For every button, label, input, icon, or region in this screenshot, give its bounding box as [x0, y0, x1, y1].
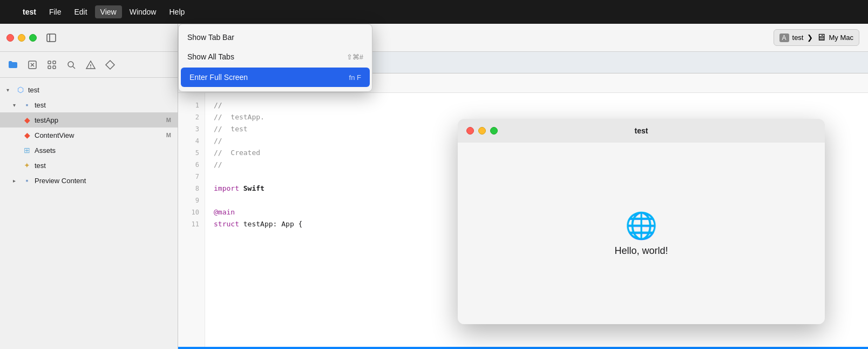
svg-line-10 [73, 66, 75, 69]
svg-rect-0 [47, 34, 56, 42]
svg-point-9 [68, 62, 73, 67]
line-numbers: 1 2 3 4 5 6 7 8 9 10 11 [178, 93, 205, 347]
tree-item-test-root[interactable]: ▾ ⬡ test [0, 82, 178, 97]
device-icon: 🖥 [816, 32, 826, 43]
line-num-8: 8 [178, 183, 205, 194]
menu-item-show-all-tabs[interactable]: Show All Tabs ⇧⌘# [179, 47, 372, 66]
line-num-2: 2 [178, 111, 205, 123]
menubar: test File Edit View Window Help [0, 0, 868, 24]
menubar-item-help[interactable]: Help [164, 5, 190, 18]
tree-label-config: test [35, 162, 46, 170]
line-num-6: 6 [178, 159, 205, 171]
line-num-3: 3 [178, 123, 205, 135]
svg-point-12 [90, 67, 91, 68]
nav-x-icon[interactable] [26, 58, 39, 71]
tree-item-config[interactable]: ✦ test [0, 158, 178, 173]
tree-label-contentview: ContentView [35, 131, 74, 139]
menu-shortcut-enter-full-screen: fn F [349, 73, 361, 82]
svg-rect-8 [53, 66, 56, 69]
code-line-1: // [214, 99, 859, 111]
nav-folder-icon[interactable] [6, 58, 19, 71]
nav-search-icon[interactable] [65, 58, 78, 71]
chevron-right-icon: ❯ [807, 33, 813, 42]
line-num-11: 11 [178, 218, 205, 230]
menu-label-show-all-tabs: Show All Tabs [187, 52, 234, 61]
nav-grid-icon[interactable] [45, 58, 58, 71]
folder-icon: ▪ [22, 100, 32, 109]
tree-label-test-group: test [35, 101, 46, 109]
preview-minimize-button[interactable] [478, 127, 486, 135]
menu-label-show-tab-bar: Show Tab Bar [187, 33, 234, 42]
tree-label-test-root: test [28, 86, 39, 94]
tree-label-testapp: testApp [35, 116, 58, 124]
apple-menu-item[interactable] [6, 10, 15, 14]
asset-icon: ⊞ [22, 146, 32, 155]
app-icon: ⬡ [15, 85, 26, 94]
traffic-lights [6, 34, 37, 42]
close-button[interactable] [6, 34, 14, 42]
config-icon: ✦ [22, 161, 32, 170]
tree-item-preview-content[interactable]: ▸ ▪ Preview Content [0, 173, 178, 188]
line-num-7: 7 [178, 171, 205, 183]
preview-close-button[interactable] [466, 127, 474, 135]
line-num-1: 1 [178, 99, 205, 111]
line-num-9: 9 [178, 194, 205, 206]
tree-label-preview-content: Preview Content [35, 177, 86, 185]
scheme-app-name: test [792, 33, 804, 42]
sidebar-toggle-icon[interactable] [45, 32, 57, 44]
swift-icon: ◆ [22, 116, 32, 124]
preview-maximize-button[interactable] [490, 127, 498, 135]
menubar-item-file[interactable]: File [44, 5, 67, 18]
editor-bottom-indicator [178, 347, 868, 349]
svg-rect-7 [48, 66, 51, 69]
tree-item-test-group[interactable]: ▾ ▪ test [0, 97, 178, 112]
preview-content: 🌐 Hello, world! [458, 143, 825, 324]
scheme-selector[interactable]: A test ❯ 🖥 My Mac [774, 29, 859, 46]
tree-item-testapp[interactable]: ◆ testApp M [0, 112, 178, 127]
menu-item-show-tab-bar[interactable]: Show Tab Bar [179, 28, 372, 47]
preview-titlebar: test [458, 119, 825, 143]
sidebar-nav [0, 52, 178, 78]
line-num-10: 10 [178, 206, 205, 218]
preview-title: test [635, 126, 648, 135]
scheme-device: My Mac [829, 33, 854, 42]
chevron-down-icon: ▾ [13, 102, 19, 108]
minimize-button[interactable] [18, 34, 25, 42]
maximize-button[interactable] [29, 34, 37, 42]
tree-item-assets[interactable]: ⊞ Assets [0, 143, 178, 158]
tree-badge-testapp: M [166, 117, 171, 123]
svg-rect-5 [48, 61, 51, 64]
menubar-item-view[interactable]: View [95, 5, 122, 18]
folder-icon: ▪ [22, 176, 32, 185]
menubar-item-edit[interactable]: Edit [69, 5, 92, 18]
menu-label-enter-full-screen: Enter Full Screen [189, 73, 248, 82]
dropdown-menu: Show Tab Bar Show All Tabs ⇧⌘# Enter Ful… [178, 24, 372, 92]
hello-world-text: Hello, world! [614, 245, 668, 257]
menu-item-enter-full-screen[interactable]: Enter Full Screen fn F [181, 68, 370, 87]
preview-traffic-lights [466, 127, 498, 135]
menubar-item-window[interactable]: Window [124, 5, 162, 18]
line-num-4: 4 [178, 135, 205, 147]
tree-badge-contentview: M [166, 132, 171, 138]
preview-window: test 🌐 Hello, world! [458, 119, 825, 324]
svg-rect-6 [53, 61, 56, 64]
chevron-right-icon: ▸ [13, 178, 19, 184]
line-num-5: 5 [178, 147, 205, 159]
swift-icon: ◆ [22, 131, 32, 139]
nav-warning-icon[interactable] [84, 58, 97, 71]
sidebar-toolbar [0, 24, 178, 52]
sidebar: ▾ ⬡ test ▾ ▪ test ◆ testApp M ◆ ContentV… [0, 24, 178, 349]
nav-diamond-icon[interactable] [104, 58, 117, 71]
menu-shortcut-show-all-tabs: ⇧⌘# [347, 53, 363, 61]
tree-label-assets: Assets [35, 146, 56, 155]
globe-icon: 🌐 [625, 211, 657, 241]
scheme-a-icon: A [779, 33, 789, 42]
chevron-down-icon: ▾ [6, 87, 13, 93]
tree-item-contentview[interactable]: ◆ ContentView M [0, 127, 178, 143]
file-tree: ▾ ⬡ test ▾ ▪ test ◆ testApp M ◆ ContentV… [0, 78, 178, 349]
menubar-item-test[interactable]: test [17, 5, 42, 18]
